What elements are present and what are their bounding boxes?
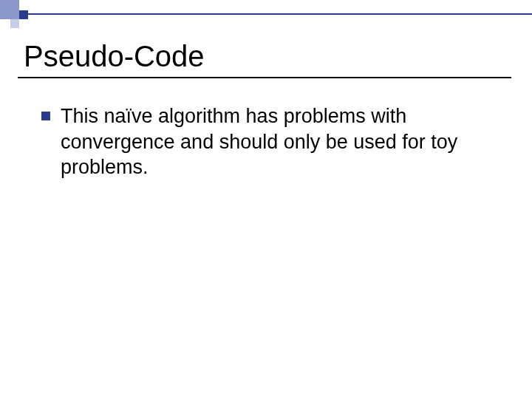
title-underline <box>18 77 511 78</box>
corner-square-large <box>0 0 19 19</box>
slide-title: Pseudo-Code <box>24 40 205 73</box>
top-accent-bar <box>0 0 532 15</box>
bullet-text: This naïve algorithm has problems with c… <box>61 103 491 180</box>
square-bullet-icon <box>41 112 50 120</box>
corner-square-dark <box>19 10 28 19</box>
corner-square-light <box>10 19 19 28</box>
corner-decoration <box>0 0 30 30</box>
slide-content: This naïve algorithm has problems with c… <box>41 103 491 180</box>
bullet-item: This naïve algorithm has problems with c… <box>41 103 491 180</box>
